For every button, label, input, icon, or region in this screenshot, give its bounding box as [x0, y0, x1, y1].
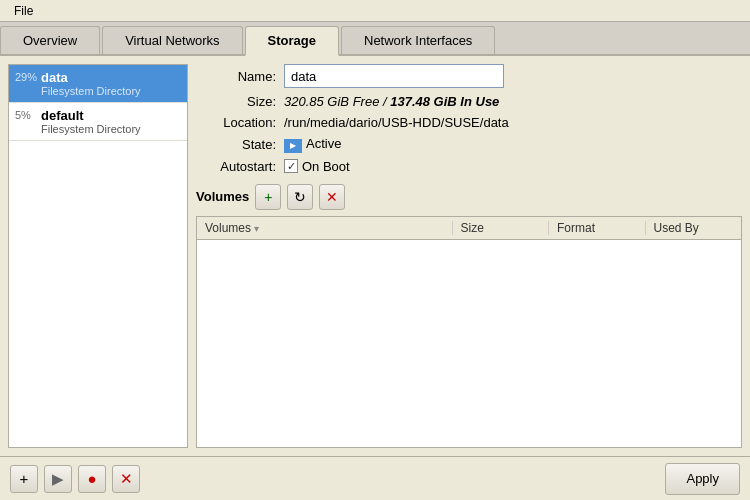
record-storage-button[interactable]: ●: [78, 465, 106, 493]
tab-virtual-networks[interactable]: Virtual Networks: [102, 26, 242, 54]
list-item-data[interactable]: 29% data Filesystem Directory: [9, 65, 187, 103]
size-row: Size: 320.85 GiB Free / 137.48 GiB In Us…: [196, 94, 742, 109]
name-input[interactable]: [284, 64, 504, 88]
state-row: State: Active: [196, 136, 742, 153]
tab-storage[interactable]: Storage: [245, 26, 339, 56]
col-size: Size: [453, 221, 550, 235]
list-item-name: default: [41, 108, 141, 123]
col-size-label: Size: [461, 221, 484, 235]
size-label: Size:: [196, 94, 276, 109]
col-used-by: Used By: [646, 221, 742, 235]
tab-bar: Overview Virtual Networks Storage Networ…: [0, 22, 750, 56]
col-volumes-label: Volumes: [205, 221, 251, 235]
storage-list: 29% data Filesystem Directory 5% default…: [8, 64, 188, 448]
volumes-header: Volumes + ↻ ✕: [196, 184, 742, 210]
autostart-label: Autostart:: [196, 159, 276, 174]
col-format-label: Format: [557, 221, 595, 235]
volumes-label: Volumes: [196, 189, 249, 204]
list-item-percent: 29%: [15, 70, 41, 83]
bottom-bar: + ▶ ● ✕ Apply: [0, 456, 750, 500]
volumes-table: Volumes ▾ Size Format Used By: [196, 216, 742, 449]
bottom-left-buttons: + ▶ ● ✕: [10, 465, 140, 493]
name-label: Name:: [196, 69, 276, 84]
detail-panel: Name: Size: 320.85 GiB Free / 137.48 GiB…: [196, 64, 742, 448]
col-volumes-arrow: ▾: [254, 223, 259, 234]
location-label: Location:: [196, 115, 276, 130]
state-text: Active: [306, 136, 341, 151]
location-row: Location: /run/media/dario/USB-HDD/SUSE/…: [196, 115, 742, 130]
state-label: State:: [196, 137, 276, 152]
state-active-icon: [284, 139, 302, 153]
list-item-default[interactable]: 5% default Filesystem Directory: [9, 103, 187, 141]
list-item-sub: Filesystem Directory: [41, 85, 141, 97]
autostart-value: ✓ On Boot: [284, 159, 350, 174]
stop-storage-button[interactable]: ✕: [112, 465, 140, 493]
play-storage-button[interactable]: ▶: [44, 465, 72, 493]
name-row: Name:: [196, 64, 742, 88]
table-body: [197, 240, 741, 448]
list-item-name: data: [41, 70, 141, 85]
autostart-text: On Boot: [302, 159, 350, 174]
col-volumes[interactable]: Volumes ▾: [197, 221, 453, 235]
autostart-row: Autostart: ✓ On Boot: [196, 159, 742, 174]
tab-network-interfaces[interactable]: Network Interfaces: [341, 26, 495, 54]
location-value: /run/media/dario/USB-HDD/SUSE/data: [284, 115, 509, 130]
list-item-percent: 5%: [15, 108, 41, 121]
content-area: 29% data Filesystem Directory 5% default…: [0, 56, 750, 456]
tab-overview[interactable]: Overview: [0, 26, 100, 54]
add-storage-button[interactable]: +: [10, 465, 38, 493]
add-volume-button[interactable]: +: [255, 184, 281, 210]
state-value: Active: [284, 136, 341, 153]
menubar: File: [0, 0, 750, 22]
size-value: 320.85 GiB Free / 137.48 GiB In Use: [284, 94, 499, 109]
col-format: Format: [549, 221, 646, 235]
size-free: 320.85 GiB Free /: [284, 94, 390, 109]
table-header: Volumes ▾ Size Format Used By: [197, 217, 741, 240]
delete-volume-button[interactable]: ✕: [319, 184, 345, 210]
apply-button[interactable]: Apply: [665, 463, 740, 495]
col-used-by-label: Used By: [654, 221, 699, 235]
size-used: 137.48 GiB In Use: [390, 94, 499, 109]
list-item-sub: Filesystem Directory: [41, 123, 141, 135]
autostart-checkbox[interactable]: ✓: [284, 159, 298, 173]
file-menu[interactable]: File: [8, 4, 39, 18]
refresh-volume-button[interactable]: ↻: [287, 184, 313, 210]
main-window: Overview Virtual Networks Storage Networ…: [0, 22, 750, 500]
